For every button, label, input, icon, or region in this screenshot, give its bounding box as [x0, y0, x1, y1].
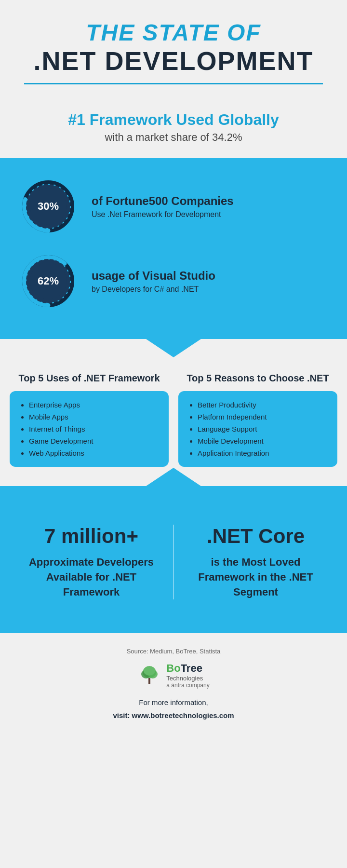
- reasons-bullet-box: Better Productivity Platform Independent…: [178, 391, 337, 467]
- stat-row-62: 62% usage of Visual Studio by Developers…: [19, 252, 328, 310]
- stat-text-30: of Fortune500 Companies Use .Net Framewo…: [92, 194, 234, 219]
- stat-row-30: 30% of Fortune500 Companies Use .Net Fra…: [19, 177, 328, 235]
- reasons-column: Top 5 Reasons to Choose .NET Better Prod…: [178, 373, 337, 467]
- market-share-section: #1 Framework Used Globally with a market…: [0, 101, 347, 158]
- logo-sub: a āntra company: [166, 682, 209, 689]
- uses-list: Enterprise Apps Mobile Apps Internet of …: [22, 401, 159, 457]
- botree-logo-icon: [137, 664, 161, 688]
- svg-point-14: [144, 666, 155, 676]
- developer-count: 7 million+: [19, 525, 163, 548]
- footer-contact: For more information, visit: www.botreet…: [10, 696, 337, 722]
- list-item: Mobile Development: [198, 437, 328, 445]
- circle-label-30: 30%: [38, 200, 59, 213]
- market-share-title: #1 Framework Used Globally: [10, 111, 337, 129]
- header-divider: [24, 83, 323, 84]
- list-item: Platform Independent: [198, 413, 328, 421]
- footer-source: Source: Medium, BoTree, Statista: [10, 648, 337, 655]
- footer-logo: BoTree Technologies a āntra company: [10, 662, 337, 689]
- logo-name: BoTree: [166, 662, 209, 675]
- blue-stats-section: 30% of Fortune500 Companies Use .Net Fra…: [0, 158, 347, 339]
- list-item: Game Development: [29, 437, 159, 445]
- list-item: Enterprise Apps: [29, 401, 159, 409]
- bottom-right: .NET Core is the Most Loved Framework in…: [174, 515, 337, 609]
- stat-sub-62: by Developers for C# and .NET: [92, 285, 215, 294]
- uses-bullet-box: Enterprise Apps Mobile Apps Internet of …: [10, 391, 169, 467]
- circle-gauge-30: 30%: [19, 177, 77, 235]
- list-item: Language Support: [198, 425, 328, 433]
- list-item: Application Integration: [198, 449, 328, 457]
- market-share-subtitle: with a market share of 34.2%: [10, 131, 337, 144]
- stat-title-30: of Fortune500 Companies: [92, 194, 234, 208]
- stat-title-62: usage of Visual Studio: [92, 269, 215, 283]
- logo-text: BoTree Technologies a āntra company: [166, 662, 209, 689]
- circle-gauge-62: 62%: [19, 252, 77, 310]
- developer-desc: Approximate Developers Available for .NE…: [19, 555, 163, 599]
- contact-line2: visit: www.botreetechnologies.com: [113, 711, 234, 719]
- title-net-development: .NET DEVELOPMENT: [10, 46, 337, 76]
- reasons-list: Better Productivity Platform Independent…: [190, 401, 328, 457]
- logo-tree: Tree: [181, 662, 202, 674]
- svg-rect-13: [148, 678, 150, 684]
- net-core-title: .NET Core: [184, 525, 328, 548]
- middle-section: Top 5 Uses of .NET Framework Enterprise …: [0, 339, 347, 486]
- logo-technologies: Technologies: [166, 675, 209, 682]
- title-state-of: THE STATE OF: [10, 19, 337, 46]
- stat-text-62: usage of Visual Studio by Developers for…: [92, 269, 215, 294]
- header-section: THE STATE OF .NET DEVELOPMENT: [0, 0, 347, 101]
- footer-section: Source: Medium, BoTree, Statista BoTree …: [0, 633, 347, 732]
- list-item: Web Applications: [29, 449, 159, 457]
- bottom-left: 7 million+ Approximate Developers Availa…: [10, 515, 173, 609]
- uses-title: Top 5 Uses of .NET Framework: [10, 373, 169, 384]
- list-item: Mobile Apps: [29, 413, 159, 421]
- uses-column: Top 5 Uses of .NET Framework Enterprise …: [10, 373, 169, 467]
- reasons-title: Top 5 Reasons to Choose .NET: [178, 373, 337, 384]
- logo-bo: Bo: [166, 662, 180, 674]
- stat-sub-30: Use .Net Framework for Development: [92, 210, 234, 219]
- contact-line1: For more information,: [10, 696, 337, 709]
- list-item: Better Productivity: [198, 401, 328, 409]
- list-item: Internet of Things: [29, 425, 159, 433]
- net-core-desc: is the Most Loved Framework in the .NET …: [184, 555, 328, 599]
- bottom-blue-section: 7 million+ Approximate Developers Availa…: [0, 486, 347, 633]
- circle-label-62: 62%: [38, 275, 59, 287]
